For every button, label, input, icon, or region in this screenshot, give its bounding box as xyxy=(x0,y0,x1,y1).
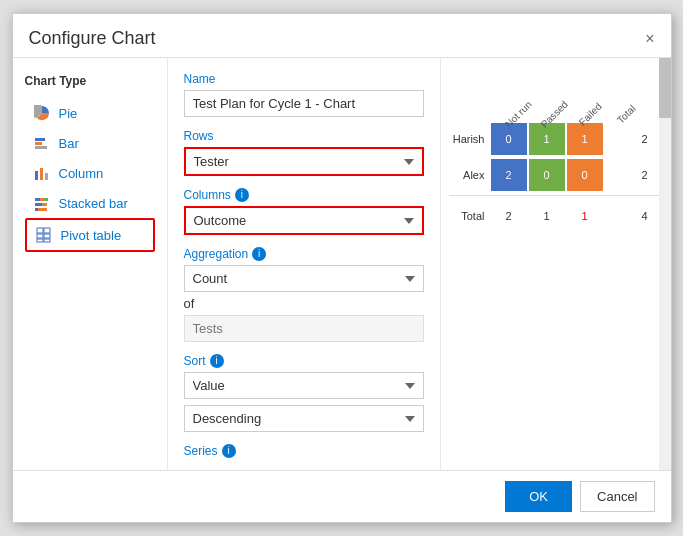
config-panel: Name Rows Tester Columns i Outcome Aggre… xyxy=(168,58,441,470)
chart-type-bar-label: Bar xyxy=(59,136,79,151)
ok-button[interactable]: OK xyxy=(505,481,572,512)
of-label: of xyxy=(184,296,424,311)
columns-label: Columns i xyxy=(184,188,424,202)
chart-type-stacked-bar[interactable]: Stacked bar xyxy=(25,188,155,218)
total-not-run: 2 xyxy=(491,200,527,232)
svg-rect-4 xyxy=(40,168,43,180)
svg-rect-9 xyxy=(35,203,42,206)
alex-passed: 0 xyxy=(529,159,565,191)
alex-not-run: 2 xyxy=(491,159,527,191)
rows-select[interactable]: Tester xyxy=(184,147,424,176)
chart-type-pivot-label: Pivot table xyxy=(61,228,122,243)
svg-rect-18 xyxy=(44,239,50,242)
svg-rect-7 xyxy=(40,198,44,201)
pivot-icon xyxy=(35,226,53,244)
dialog-header: Configure Chart × xyxy=(13,14,671,58)
total-passed: 1 xyxy=(529,200,565,232)
of-input xyxy=(184,315,424,342)
scrollbar-thumb[interactable] xyxy=(659,58,671,118)
svg-rect-3 xyxy=(35,171,38,180)
row-label-alex: Alex xyxy=(449,169,491,181)
name-label: Name xyxy=(184,72,424,86)
aggregation-select[interactable]: Count xyxy=(184,265,424,292)
chart-type-pie[interactable]: Pie xyxy=(25,98,155,128)
aggregation-label: Aggregation i xyxy=(184,247,424,261)
close-button[interactable]: × xyxy=(645,31,654,47)
dialog-footer: OK Cancel xyxy=(13,470,671,522)
svg-rect-6 xyxy=(35,198,40,201)
svg-rect-1 xyxy=(35,142,42,145)
total-failed: 1 xyxy=(567,200,603,232)
sort-value-select[interactable]: Value xyxy=(184,372,424,399)
svg-rect-11 xyxy=(35,208,38,211)
svg-rect-15 xyxy=(37,234,43,238)
svg-rect-2 xyxy=(35,146,47,149)
svg-rect-17 xyxy=(37,239,43,242)
preview-panel: Not run Passed Failed Total Harish 0 1 1… xyxy=(441,58,671,470)
pivot-total-row: Total 2 1 1 4 xyxy=(449,195,663,232)
svg-rect-13 xyxy=(37,228,43,233)
chart-type-column[interactable]: Column xyxy=(25,158,155,188)
cancel-button[interactable]: Cancel xyxy=(580,481,654,512)
pivot-row-harish: Harish 0 1 1 2 xyxy=(449,123,663,155)
chart-type-label: Chart Type xyxy=(25,74,155,88)
svg-rect-14 xyxy=(44,228,50,233)
chart-type-column-label: Column xyxy=(59,166,104,181)
chart-type-pie-label: Pie xyxy=(59,106,78,121)
series-info-icon[interactable]: i xyxy=(222,444,236,458)
aggregation-info-icon[interactable]: i xyxy=(252,247,266,261)
columns-info-icon[interactable]: i xyxy=(235,188,249,202)
dialog-title: Configure Chart xyxy=(29,28,156,49)
chart-type-panel: Chart Type Pie xyxy=(13,58,168,470)
pie-icon xyxy=(33,104,51,122)
alex-cells: 2 0 0 xyxy=(491,159,627,191)
total-row-label: Total xyxy=(449,210,491,222)
row-label-harish: Harish xyxy=(449,133,491,145)
sort-info-icon[interactable]: i xyxy=(210,354,224,368)
configure-chart-dialog: Configure Chart × Chart Type Pie xyxy=(12,13,672,523)
pivot-table: Not run Passed Failed Total Harish 0 1 1… xyxy=(449,76,663,232)
alex-total: 2 xyxy=(627,159,663,191)
series-label: Series i xyxy=(184,444,424,458)
total-grand: 4 xyxy=(627,200,663,232)
chart-type-stacked-bar-label: Stacked bar xyxy=(59,196,128,211)
columns-select[interactable]: Outcome xyxy=(184,206,424,235)
svg-rect-16 xyxy=(44,234,50,238)
sort-direction-select[interactable]: Descending xyxy=(184,405,424,432)
chart-type-bar[interactable]: Bar xyxy=(25,128,155,158)
stacked-bar-icon xyxy=(33,194,51,212)
svg-rect-8 xyxy=(44,198,48,201)
pivot-row-alex: Alex 2 0 0 2 xyxy=(449,159,663,191)
svg-rect-12 xyxy=(38,208,47,211)
svg-rect-10 xyxy=(42,203,47,206)
column-icon xyxy=(33,164,51,182)
sort-label: Sort i xyxy=(184,354,424,368)
total-cells: 2 1 1 xyxy=(491,200,627,232)
pivot-header-row: Not run Passed Failed Total xyxy=(449,76,663,121)
scrollbar-track xyxy=(659,58,671,470)
name-input[interactable] xyxy=(184,90,424,117)
rows-label: Rows xyxy=(184,129,424,143)
harish-total: 2 xyxy=(627,123,663,155)
chart-type-pivot-table[interactable]: Pivot table xyxy=(25,218,155,252)
svg-rect-0 xyxy=(35,138,45,141)
dialog-body: Chart Type Pie xyxy=(13,58,671,470)
alex-failed: 0 xyxy=(567,159,603,191)
bar-icon xyxy=(33,134,51,152)
svg-rect-5 xyxy=(45,173,48,180)
